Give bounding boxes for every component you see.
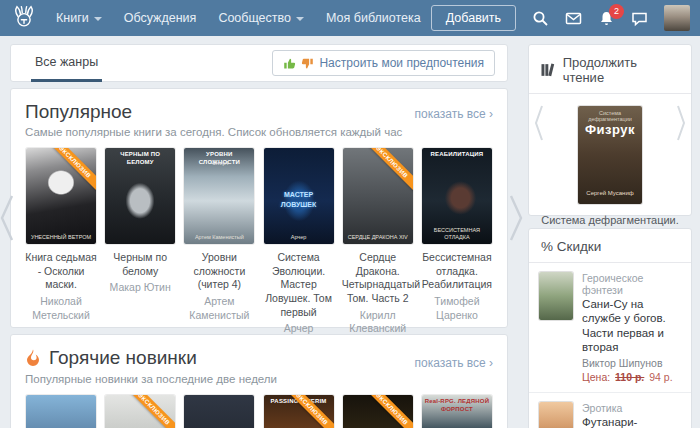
main-menu: Книги Обсуждения Сообщество Моя библиоте… (56, 11, 421, 25)
book-title: Сердце Дракона. Четырнадцатый Том. Часть… (342, 251, 414, 306)
book-title: Сани-Су на службе у богов. Части первая … (582, 297, 681, 355)
book-item[interactable] (25, 395, 97, 428)
book-cover[interactable]: ЭКСКЛЮЗИВ (105, 395, 175, 428)
notification-badge: 2 (609, 4, 624, 19)
exclusive-ribbon: ЭКСКЛЮЗИВ (359, 395, 413, 428)
book-item[interactable]: ЧЕРНЫМ ПО БЕЛОМУЧерным по беломуМакар Ют… (104, 148, 176, 349)
book-item[interactable] (183, 395, 255, 428)
discount-item[interactable]: Героическое фэнтезиСани-Су на службе у б… (529, 263, 691, 393)
cover-title-text: REАБИЛИТАЦИЯ (424, 151, 490, 159)
genre-label: Эротика (582, 402, 681, 414)
book-title: Система Эволюции. Мастер Ловушек. Том пе… (263, 251, 335, 319)
book-item[interactable]: Real-RPG. ЛЕДЯНОЙ ФОРПОСТ (421, 395, 493, 428)
book-thumbnail (539, 402, 573, 428)
discount-meta: Героическое фэнтезиСани-Су на службе у б… (582, 272, 681, 383)
popular-title: Популярное (25, 101, 132, 123)
search-icon[interactable] (532, 10, 549, 27)
book-cover[interactable] (184, 395, 254, 428)
book-cover[interactable]: МАСТЕР ЛОВУШЕКАрчер (264, 148, 334, 244)
book-author: Макар Ютин (104, 281, 176, 295)
discounts-list: Героическое фэнтезиСани-Су на службе у б… (529, 263, 691, 428)
menu-label: Сообщество (218, 11, 291, 25)
book-title: Уровни сложности (читер 4) (183, 251, 255, 292)
book-item[interactable]: УРОВНИ СЛОЖНОСТИЧитер4Артем КаменистыйУр… (183, 148, 255, 349)
popular-show-all-link[interactable]: показать все › (415, 107, 493, 121)
book-cover[interactable]: СЕРДЦЕ ДРАКОНА XIVЭКСКЛЮЗИВ (343, 148, 413, 244)
comments-bubble-icon[interactable] (631, 10, 648, 27)
book-item[interactable]: REАБИЛИТАЦИЯБЕССИСТЕМНАЯ ОТЛАДКАБессисте… (421, 148, 493, 349)
book-author: Кирилл Клеванский (342, 309, 414, 336)
preferences-button[interactable]: Настроить мои предпочтения (272, 50, 495, 76)
genre-label: Героическое фэнтези (582, 272, 681, 296)
cover-title-text: Физрук (580, 122, 640, 137)
user-avatar[interactable] (664, 5, 690, 31)
hot-title: Горячие новинки (49, 347, 197, 369)
cover-title-text: ЧЕРНЫМ ПО БЕЛОМУ (107, 151, 173, 167)
add-button[interactable]: Добавить (431, 5, 516, 31)
book-cover[interactable]: УНЕСЕННЫЙ ВЕТРОМЭКСКЛЮЗИВ (26, 148, 96, 244)
thumbs-up-icon (283, 57, 296, 70)
menu-item-discussions[interactable]: Обсуждения (124, 11, 197, 25)
menu-item-books[interactable]: Книги (56, 11, 102, 25)
menu-label: Моя библиотека (326, 11, 421, 25)
hot-subtitle: Популярные новинки за последние две неде… (11, 370, 507, 385)
cover-title-text: МАСТЕР ЛОВУШЕК (266, 190, 332, 209)
popular-books-row: УНЕСЕННЫЙ ВЕТРОМЭКСКЛЮЗИВКнига седьмая -… (11, 138, 507, 349)
menu-label: Обсуждения (124, 11, 197, 25)
top-navbar: Книги Обсуждения Сообщество Моя библиоте… (0, 0, 700, 36)
sidebar-prev-arrow[interactable] (532, 103, 546, 143)
price-label: Цена: (582, 371, 613, 383)
discount-meta: ЭротикаФутанари-реинкарнация [DLC] - Бог… (582, 402, 681, 428)
book-item[interactable]: ЭКСКЛЮЗИВ (342, 395, 414, 428)
cover-title-text: Real-RPG. ЛЕДЯНОЙ ФОРПОСТ (424, 398, 490, 414)
genre-tabbar: Все жанры Настроить мои предпочтения (10, 44, 508, 82)
book-cover[interactable]: Real-RPG. ЛЕДЯНОЙ ФОРПОСТ (422, 395, 492, 428)
discount-item[interactable]: ЭротикаФутанари-реинкарнация [DLC] - Бог… (529, 393, 691, 428)
notifications-bell-icon[interactable]: 2 (598, 10, 615, 27)
menu-item-community[interactable]: Сообщество (218, 11, 304, 25)
book-cover[interactable]: УРОВНИ СЛОЖНОСТИЧитер4Артем Каменистый (184, 148, 254, 244)
tab-all-genres[interactable]: Все жанры (31, 44, 102, 82)
book-cover[interactable]: REАБИЛИТАЦИЯБЕССИСТЕМНАЯ ОТЛАДКА (422, 148, 492, 244)
continue-reading-cover[interactable]: Система дефрагментации Физрук Сергей Мус… (578, 106, 642, 204)
exclusive-ribbon: ЭКСКЛЮЗИВ (121, 395, 175, 428)
book-cover[interactable]: PASSING INTERIMЭКСКЛЮЗИВ (264, 395, 334, 428)
book-cover[interactable]: ЧЕРНЫМ ПО БЕЛОМУ (105, 148, 175, 244)
preferences-label: Настроить мои предпочтения (319, 56, 484, 70)
book-item[interactable]: УНЕСЕННЫЙ ВЕТРОМЭКСКЛЮЗИВКнига седьмая -… (25, 148, 97, 349)
cover-footer-text: Артем Каменистый (186, 234, 252, 241)
cover-footer-text: Арчер (266, 234, 332, 241)
cover-footer-text: УНЕСЕННЫЙ ВЕТРОМ (28, 234, 94, 241)
price-line: Цена: 110 р. 94 р. (582, 371, 681, 383)
old-price: 110 р. (615, 371, 644, 383)
chevron-down-icon (94, 17, 102, 21)
menu-label: Книги (56, 11, 89, 25)
book-item[interactable]: СЕРДЦЕ ДРАКОНА XIVЭКСКЛЮЗИВСердце Дракон… (342, 148, 414, 349)
book-title: Книга седьмая - Осколки маски. (25, 251, 97, 292)
messages-icon[interactable] (565, 10, 582, 27)
menu-item-my-library[interactable]: Моя библиотека (326, 11, 421, 25)
discounts-title: % Скидки (529, 229, 691, 263)
popular-section: Популярное показать все › Самые популярн… (10, 88, 508, 328)
book-cover[interactable]: ЭКСКЛЮЗИВ (343, 395, 413, 428)
exclusive-ribbon: ЭКСКЛЮЗИВ (42, 148, 96, 195)
book-item[interactable]: ЭКСКЛЮЗИВ (104, 395, 176, 428)
cover-footer-text: БЕССИСТЕМНАЯ ОТЛАДКА (424, 227, 490, 241)
hot-show-all-link[interactable]: показать все › (415, 356, 493, 370)
carousel-next-arrow[interactable] (506, 192, 526, 244)
site-logo[interactable] (10, 4, 38, 32)
chevron-down-icon (296, 17, 304, 21)
bookshelf-icon (541, 63, 556, 77)
sidebar-next-arrow[interactable] (674, 103, 688, 143)
book-title: Бессистемная отладка. Реабилитация (421, 251, 493, 292)
navbar-actions: Добавить 2 (431, 5, 690, 31)
book-cover[interactable] (26, 395, 96, 428)
discounts-card: % Скидки Героическое фэнтезиСани-Су на с… (528, 228, 692, 428)
book-item[interactable]: МАСТЕР ЛОВУШЕКАрчерСистема Эволюции. Мас… (263, 148, 335, 349)
thumbs-down-icon (301, 57, 314, 70)
hot-books-row: ЭКСКЛЮЗИВPASSING INTERIMЭКСКЛЮЗИВЭКСКЛЮЗ… (11, 385, 507, 428)
carousel-prev-arrow[interactable] (0, 192, 17, 244)
hot-section: Горячие новинки показать все › Популярны… (10, 334, 508, 428)
book-author: Николай Метельский (25, 295, 97, 322)
book-item[interactable]: PASSING INTERIMЭКСКЛЮЗИВ (263, 395, 335, 428)
